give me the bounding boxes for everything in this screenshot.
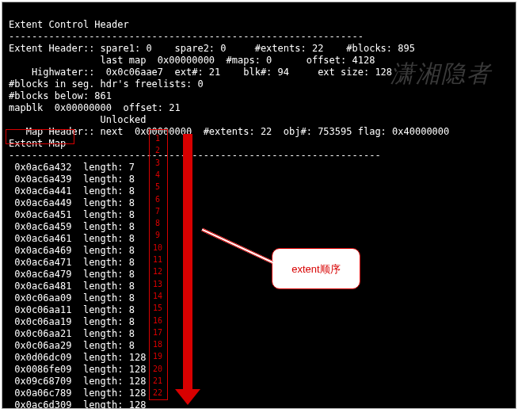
sequence-number: 16 (150, 315, 165, 326)
header-line: Extent Header:: spare1: 0 spare2: 0 #ext… (9, 43, 415, 54)
header-line: Highwater:: 0x0c06aae7 ext#: 21 blk#: 94… (9, 67, 392, 78)
divider: ----------------------------------------… (9, 150, 381, 161)
sequence-number: 20 (150, 363, 165, 375)
sequence-number: 10 (150, 242, 165, 254)
callout-label: extent顺序 (272, 248, 360, 289)
header-title: Extent Control Header (9, 19, 129, 30)
header-line: last map 0x00000000 #maps: 0 offset: 412… (9, 55, 375, 66)
sequence-number: 18 (150, 338, 165, 350)
header-line: Map Header:: next 0x00000000 #extents: 2… (9, 126, 449, 137)
header-line: #blocks in seg. hdr's freelists: 0 (9, 78, 204, 90)
sequence-number: 17 (150, 326, 165, 338)
sequence-number: 12 (150, 265, 165, 277)
sequence-number: 9 (150, 229, 165, 241)
sequence-number: 15 (150, 302, 165, 314)
sequence-number: 3 (150, 157, 165, 169)
header-line: #blocks below: 861 (9, 90, 112, 101)
sequence-number: 14 (150, 290, 165, 302)
arrow-down-icon (175, 389, 200, 405)
divider: ----------------------------------------… (9, 31, 364, 42)
callout-text: extent顺序 (291, 263, 340, 275)
sequence-number: 7 (150, 205, 165, 217)
sequence-number: 2 (150, 144, 165, 156)
sequence-number: 11 (150, 254, 165, 265)
sequence-number: 8 (150, 217, 165, 229)
sequence-number: 5 (150, 181, 165, 193)
sequence-number: 19 (150, 350, 165, 362)
arrow-down-icon (183, 134, 192, 392)
sequence-number: 6 (150, 193, 165, 205)
header-line: mapblk 0x00000000 offset: 21 (9, 102, 181, 113)
watermark-text: 潇湘隐者 (390, 67, 492, 79)
sequence-number: 21 (150, 375, 165, 387)
header-line: Unlocked (9, 114, 146, 125)
sequence-number: 1 (150, 132, 165, 144)
sequence-number: 4 (150, 169, 165, 181)
sequence-number: 22 (150, 387, 165, 399)
sequence-number: 13 (150, 278, 165, 290)
header-line: Extent Map (9, 138, 66, 149)
terminal-output: Extent Control Header ------------------… (2, 2, 516, 409)
extent-map-list: 0x0ac6a432 length: 7 0x0ac6a439 length: … (9, 162, 509, 420)
